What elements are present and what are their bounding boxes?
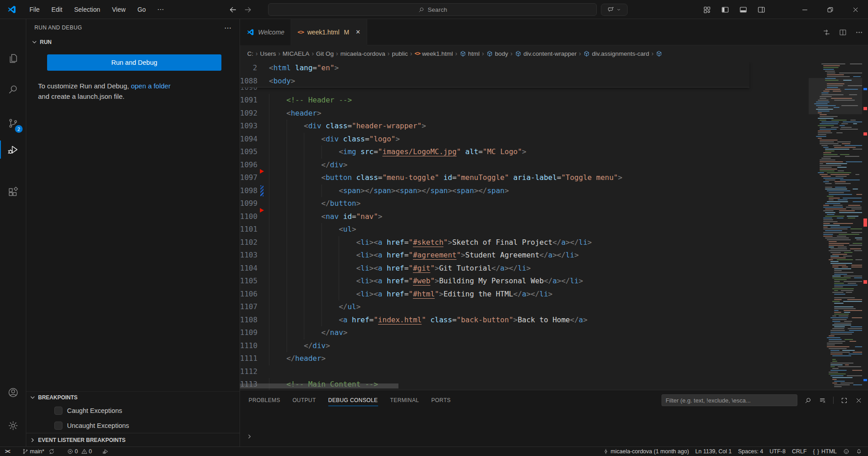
line-number[interactable]: 1100 [240,210,257,223]
notifications-button[interactable] [853,447,865,456]
code-line[interactable]: 1106<li><a href="#html">Editing the HTML… [240,288,809,301]
breadcrumb-item[interactable]: Git Og [316,50,334,57]
line-number[interactable]: 1111 [240,352,257,365]
restore-button[interactable] [817,0,843,19]
panel-tab-terminal[interactable]: TERMINAL [390,391,419,409]
line-number[interactable]: 1103 [240,249,257,262]
tab-welcome[interactable]: Welcome [240,19,291,45]
toggle-primary-sidebar-icon[interactable] [721,5,729,14]
line-number[interactable]: 1097 [240,171,257,184]
line-number[interactable]: 1110 [240,340,257,353]
menu-file[interactable]: File [24,3,46,16]
code-line[interactable]: 1095<img src="images/LogoMC.jpg" alt="MC… [240,146,809,159]
breakpoint-caught-exceptions[interactable]: Caught Exceptions [26,403,240,418]
line-number[interactable]: 1092 [240,107,257,120]
sidebar-more-actions-icon[interactable]: ⋯ [224,24,231,32]
line-number[interactable]: 1106 [240,288,257,301]
toggle-panel-icon[interactable] [739,5,748,14]
code-line[interactable]: 1107</ul> [240,301,809,314]
panel-tab-output[interactable]: OUTPUT [293,391,316,409]
activity-source-control[interactable]: 2 [0,112,26,134]
open-changes-icon[interactable] [822,28,831,37]
breadcrumb-item[interactable]: div.content-wrapper [515,50,577,57]
activity-explorer[interactable] [0,48,26,69]
debug-status-icon[interactable] [99,447,112,456]
open-folder-link[interactable]: open a folder [131,82,171,90]
line-number[interactable]: 1109 [240,326,257,340]
split-editor-icon[interactable] [839,28,847,37]
panel-tab-debug-console[interactable]: DEBUG CONSOLE [328,391,378,409]
indentation[interactable]: Spaces: 4 [735,447,767,456]
code-line[interactable]: 1100<nav id="nav"> [240,210,809,223]
run-and-debug-button[interactable]: Run and Debug [47,54,221,71]
code-line[interactable]: 1105<li><a href="#web">Building My Perso… [240,275,809,288]
overview-ruler[interactable] [862,62,868,390]
code-line[interactable]: 1109</nav> [240,326,809,340]
code-line[interactable]: 1111</header> [240,352,809,365]
language-mode[interactable]: { } HTML [810,447,840,456]
line-number[interactable]: 1108 [240,314,257,327]
menu-selection[interactable]: Selection [68,3,106,16]
code-area[interactable]: 10901091<!-- Header -->1092<header>1093<… [240,62,809,390]
line-number[interactable]: 1088 [240,75,257,88]
find-icon[interactable] [804,397,812,404]
close-window-button[interactable] [843,0,868,19]
close-panel-icon[interactable] [855,397,863,404]
breadcrumb-item[interactable]: micaela-cordova [340,50,385,57]
code-line[interactable]: 1092<header> [240,107,809,120]
line-number[interactable]: 1112 [240,365,257,378]
breakpoints-section-header[interactable]: BREAKPOINTS [26,391,240,403]
close-tab-icon[interactable]: ✕ [355,29,360,35]
sticky-scroll[interactable]: 2<html lang="en">1088<body> [240,62,749,87]
code-line[interactable]: 1102<li><a href="#sketch">Sketch of Fina… [240,236,809,249]
problems-status[interactable]: 0 0 [64,447,95,456]
tab-week1-html[interactable]: <>week1.htmlM✕ [291,19,367,45]
line-number[interactable]: 1095 [240,146,257,159]
encoding[interactable]: UTF-8 [767,447,789,456]
code-line[interactable]: 1094<div class="logo"> [240,133,809,146]
maximize-panel-icon[interactable] [840,397,848,404]
copilot-menu[interactable] [601,4,628,16]
toggle-secondary-sidebar-icon[interactable] [757,5,766,14]
checkbox[interactable] [54,422,62,430]
code-line[interactable]: 1099</button> [240,197,809,210]
menu-edit[interactable]: Edit [46,3,68,16]
debug-console-prompt-icon[interactable] [246,433,253,440]
eol-sequence[interactable]: CRLF [789,447,810,456]
code-line[interactable]: 1097<button class="menu-toggle" id="menu… [240,171,809,184]
account-button[interactable] [0,382,26,403]
event-listener-breakpoints-header[interactable]: EVENT LISTENER BREAKPOINTS [26,433,240,446]
code-line[interactable]: 1096</div> [240,159,809,172]
settings-button[interactable] [0,415,26,437]
console-filter-input[interactable] [662,394,797,406]
line-number[interactable]: 1098 [240,184,257,198]
line-number[interactable]: 1105 [240,275,257,288]
code-line[interactable]: 1103<li><a href="#agreement">Student Agr… [240,249,809,262]
breakpoint-uncaught-exceptions[interactable]: Uncaught Exceptions [26,418,240,433]
breadcrumb-item[interactable] [656,50,662,57]
code-line[interactable]: 1104<li><a href="#git">Git Tutorial</a><… [240,262,809,275]
menu-view[interactable]: View [106,3,131,16]
breadcrumb-item[interactable]: <>week1.html [414,50,453,57]
line-number[interactable]: 1093 [240,120,257,133]
panel-tab-ports[interactable]: PORTS [431,391,451,409]
line-number[interactable]: 1096 [240,159,257,172]
code-line[interactable]: 1088<body> [240,75,749,88]
menu-more-icon[interactable]: ⋯ [152,3,169,16]
line-number[interactable]: 1099 [240,197,257,210]
line-number[interactable]: 1101 [240,223,257,236]
activity-run-debug[interactable] [0,139,26,160]
checkbox[interactable] [54,407,62,415]
go-forward-icon[interactable] [244,5,252,14]
code-line[interactable]: 1093<div class="header-wrapper"> [240,120,809,133]
sync-icon[interactable] [48,448,55,455]
code-line[interactable]: 1098<span></span><span></span><span></sp… [240,184,809,198]
go-back-icon[interactable] [229,5,237,14]
horizontal-scrollbar[interactable] [240,383,398,388]
breadcrumb-item[interactable]: html [460,50,480,57]
clear-console-icon[interactable] [819,397,826,404]
code-line[interactable]: 1110</div> [240,340,809,353]
code-line[interactable]: 1101<ul> [240,223,809,236]
panel-tab-problems[interactable]: PROBLEMS [249,391,280,409]
breadcrumb-item[interactable]: C: [247,50,254,57]
